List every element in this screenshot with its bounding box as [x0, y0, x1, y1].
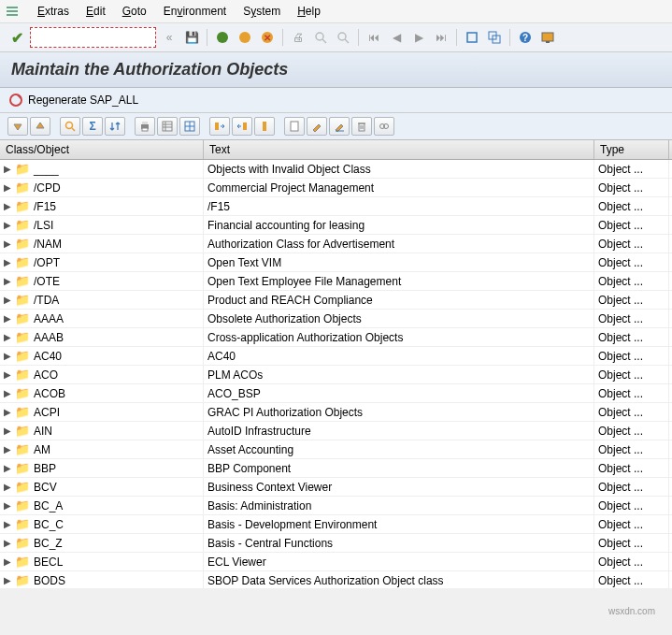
menu-goto[interactable]: Goto [122, 5, 147, 18]
svg-point-3 [217, 32, 228, 43]
expand-icon[interactable]: ▶ [4, 444, 11, 455]
menu-edit[interactable]: Edit [86, 5, 106, 18]
expand-icon[interactable]: ▶ [4, 556, 11, 567]
tree-row[interactable]: ▶📁/OTEOpen Text Employee File Management… [0, 272, 672, 291]
expand-icon[interactable]: ▶ [4, 257, 11, 267]
expand-icon[interactable]: ▶ [4, 519, 11, 529]
expand-icon[interactable]: ▶ [4, 220, 11, 230]
collapse-cols-button[interactable] [232, 117, 252, 136]
expand-icon[interactable]: ▶ [4, 313, 11, 324]
expand-icon[interactable]: ▶ [4, 182, 11, 193]
shortcut-icon[interactable] [485, 28, 504, 47]
tree-row[interactable]: ▶📁BCVBusiness Context ViewerObject ... [0, 478, 672, 497]
grid-header: Class/Object Text Type [0, 140, 672, 160]
column-select-button[interactable] [254, 117, 275, 136]
layout-button[interactable] [179, 117, 200, 136]
tree-row[interactable]: ▶📁AAAAObsolete Authorization ObjectsObje… [0, 310, 672, 328]
system-menu-icon[interactable] [6, 4, 21, 19]
export-button[interactable] [157, 117, 178, 136]
delete-button[interactable] [351, 117, 372, 136]
type-cell: Object ... [594, 422, 669, 440]
find-button[interactable] [60, 117, 80, 136]
type-cell: Object ... [594, 515, 669, 533]
exec-orange-icon[interactable] [236, 28, 254, 47]
tree-row[interactable]: ▶📁BECLECL ViewerObject ... [0, 553, 672, 571]
regenerate-label: Regenerate SAP_ALL [28, 94, 138, 107]
expand-icon[interactable]: ▶ [4, 369, 11, 380]
menu-environment[interactable]: Environment [164, 5, 226, 18]
tree-row[interactable]: ▶📁AC40AC40Object ... [0, 347, 672, 366]
tree-row[interactable]: ▶📁AMAsset AccountingObject ... [0, 440, 672, 459]
tree-row[interactable]: ▶📁/OPTOpen Text VIMObject ... [0, 253, 672, 272]
expand-icon[interactable]: ▶ [4, 388, 11, 398]
svg-point-21 [66, 123, 73, 129]
expand-icon[interactable]: ▶ [4, 575, 11, 585]
expand-icon[interactable]: ▶ [4, 332, 11, 342]
col-header-class[interactable]: Class/Object [0, 140, 204, 159]
col-header-text[interactable]: Text [204, 140, 594, 159]
expand-icon[interactable]: ▶ [4, 426, 11, 436]
help-icon[interactable]: ? [516, 28, 535, 47]
link-button[interactable] [374, 117, 394, 136]
class-label: BECL [34, 556, 63, 569]
expand-icon[interactable]: ▶ [4, 351, 11, 361]
tree-grid[interactable]: Class/Object Text Type ▶📁____Objects wit… [0, 140, 672, 588]
print-button[interactable] [135, 117, 155, 136]
expand-cols-button[interactable] [209, 117, 230, 136]
folder-icon: 📁 [15, 330, 30, 344]
type-cell: Object ... [594, 272, 669, 290]
tree-row[interactable]: ▶📁AINAutoID InfrastructureObject ... [0, 422, 672, 440]
expand-all-button[interactable] [7, 117, 28, 136]
type-cell: Object ... [594, 310, 669, 327]
sum-button[interactable]: Σ [82, 117, 103, 136]
expand-icon[interactable]: ▶ [4, 463, 11, 473]
tree-row[interactable]: ▶📁____Objects with Invalid Object ClassO… [0, 160, 672, 179]
tree-row[interactable]: ▶📁/TDAProduct and REACH ComplianceObject… [0, 291, 672, 310]
tree-row[interactable]: ▶📁BC_ZBasis - Central FunctionsObject ..… [0, 534, 672, 553]
tree-row[interactable]: ▶📁/F15/F15Object ... [0, 197, 672, 216]
menu-extras[interactable]: Extras [37, 5, 69, 18]
app-sub-toolbar: Regenerate SAP_ALL [0, 88, 672, 113]
class-label: AIN [34, 425, 52, 438]
expand-icon[interactable]: ▶ [4, 295, 11, 305]
col-header-type[interactable]: Type [594, 140, 669, 159]
expand-icon[interactable]: ▶ [4, 407, 11, 417]
class-label: BCV [34, 481, 57, 494]
menu-help[interactable]: Help [297, 5, 321, 18]
class-label: AAAB [34, 331, 64, 344]
tree-row[interactable]: ▶📁ACOBACO_BSPObject ... [0, 384, 672, 403]
cancel-icon[interactable]: ✕ [258, 28, 277, 47]
expand-icon[interactable]: ▶ [4, 482, 11, 492]
expand-icon[interactable]: ▶ [4, 538, 11, 548]
tree-row[interactable]: ▶📁/NAMAuthorization Class for Advertisem… [0, 235, 672, 253]
regenerate-button[interactable]: Regenerate SAP_ALL [9, 94, 663, 107]
enter-button[interactable]: ✔ [7, 28, 26, 47]
tree-row[interactable]: ▶📁AAABCross-application Authorization Ob… [0, 328, 672, 347]
tree-row[interactable]: ▶📁ACOPLM ACOsObject ... [0, 366, 672, 384]
menu-system[interactable]: System [243, 5, 280, 18]
back-button[interactable]: « [160, 28, 179, 47]
tree-row[interactable]: ▶📁BC_CBasis - Development EnvironmentObj… [0, 515, 672, 534]
detail-button[interactable] [307, 117, 327, 136]
tree-row[interactable]: ▶📁/CPDCommercial Project ManagementObjec… [0, 179, 672, 197]
new-session-icon[interactable] [463, 28, 481, 47]
expand-icon[interactable]: ▶ [4, 164, 11, 174]
command-field[interactable] [30, 27, 156, 48]
tree-row[interactable]: ▶📁ACPIGRAC PI Authorization ObjectsObjec… [0, 403, 672, 422]
expand-icon[interactable]: ▶ [4, 276, 11, 286]
tree-row[interactable]: ▶📁/LSIFinancial accounting for leasingOb… [0, 216, 672, 235]
sort-button[interactable] [105, 117, 125, 136]
tree-row[interactable]: ▶📁BODSSBOP Data Services Authorization O… [0, 571, 672, 588]
collapse-all-button[interactable] [30, 117, 50, 136]
create-button[interactable] [284, 117, 305, 136]
tree-row[interactable]: ▶📁BBPBBP ComponentObject ... [0, 459, 672, 478]
layout-menu-icon[interactable] [538, 28, 557, 47]
expand-icon[interactable]: ▶ [4, 238, 11, 249]
type-cell: Object ... [594, 571, 669, 588]
change-button[interactable] [329, 117, 350, 136]
text-cell: BBP Component [204, 459, 594, 477]
expand-icon[interactable]: ▶ [4, 500, 11, 511]
expand-icon[interactable]: ▶ [4, 201, 11, 211]
exec-green-icon[interactable] [213, 28, 232, 47]
tree-row[interactable]: ▶📁BC_ABasis: AdministrationObject ... [0, 497, 672, 515]
